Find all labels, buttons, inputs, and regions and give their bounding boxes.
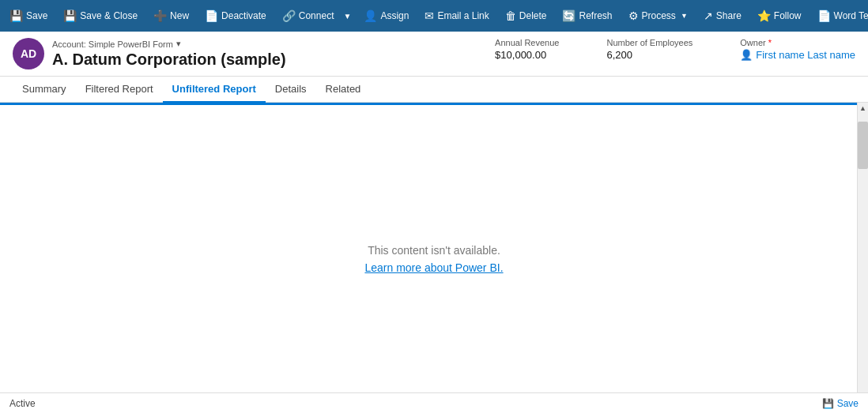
employees-field: Number of Employees 6,200 xyxy=(606,38,693,61)
process-dropdown-icon: ▼ xyxy=(681,12,688,20)
company-name: A. Datum Corporation (sample) xyxy=(52,51,286,69)
header-name-block: Account: Simple PowerBI Form ▾ A. Datum … xyxy=(52,39,286,69)
tab-summary[interactable]: Summary xyxy=(13,77,76,103)
connect-button[interactable]: 🔗 Connect xyxy=(276,0,341,32)
share-button[interactable]: ↗ Share xyxy=(697,0,748,32)
toolbar: 💾 Save 💾 Save & Close ➕ New 📄 Deactivate… xyxy=(0,0,868,32)
process-label: Process xyxy=(642,10,676,21)
owner-label: Owner * xyxy=(740,38,855,47)
scrollbar-thumb[interactable] xyxy=(858,122,868,169)
deactivate-button[interactable]: 📄 Deactivate xyxy=(198,0,273,32)
annual-revenue-value: $10,000.00 xyxy=(495,49,559,61)
deactivate-label: Deactivate xyxy=(221,10,266,21)
word-templates-button[interactable]: 📄 Word Templates ▼ xyxy=(811,0,868,32)
employees-label: Number of Employees xyxy=(606,38,693,47)
owner-value-link[interactable]: 👤 First name Last name xyxy=(740,49,855,61)
empty-message: This content isn't available. xyxy=(368,244,500,257)
delete-label: Delete xyxy=(519,10,547,21)
connect-icon: 🔗 xyxy=(282,9,296,22)
new-label: New xyxy=(170,10,189,21)
header-identity: AD Account: Simple PowerBI Form ▾ A. Dat… xyxy=(13,38,286,69)
main-content: This content isn't available. Learn more… xyxy=(0,103,868,413)
new-icon: ➕ xyxy=(153,9,167,22)
employees-value: 6,200 xyxy=(606,49,693,61)
status-save-icon: 💾 xyxy=(822,398,834,409)
connect-dropdown-button[interactable]: ▼ xyxy=(340,0,354,32)
email-link-label: Email a Link xyxy=(437,10,489,21)
status-save-button[interactable]: 💾 Save xyxy=(822,398,859,409)
owner-person-icon: 👤 xyxy=(740,49,753,61)
delete-icon: 🗑 xyxy=(505,9,516,22)
tab-unfiltered-report[interactable]: Unfiltered Report xyxy=(163,77,266,103)
save-icon: 💾 xyxy=(9,9,23,22)
avatar: AD xyxy=(13,38,44,69)
tabs-bar: Summary Filtered Report Unfiltered Repor… xyxy=(0,77,868,103)
save-close-icon: 💾 xyxy=(63,9,77,22)
refresh-label: Refresh xyxy=(579,10,612,21)
status-text: Active xyxy=(9,398,36,409)
header-fields: Annual Revenue $10,000.00 Number of Empl… xyxy=(495,38,855,61)
learn-more-link[interactable]: Learn more about Power BI. xyxy=(364,261,503,274)
annual-revenue-label: Annual Revenue xyxy=(495,38,559,47)
refresh-icon: 🔄 xyxy=(562,9,576,22)
share-icon: ↗ xyxy=(704,9,713,22)
header-top: AD Account: Simple PowerBI Form ▾ A. Dat… xyxy=(13,38,855,76)
scrollbar-arrow-up[interactable]: ▲ xyxy=(858,103,868,114)
refresh-button[interactable]: 🔄 Refresh xyxy=(556,0,618,32)
process-icon: ⚙ xyxy=(628,9,639,22)
account-form-label-row: Account: Simple PowerBI Form ▾ xyxy=(52,39,286,49)
process-button[interactable]: ⚙ Process ▼ xyxy=(622,0,694,32)
delete-button[interactable]: 🗑 Delete xyxy=(499,0,553,32)
app-container: 💾 Save 💾 Save & Close ➕ New 📄 Deactivate… xyxy=(0,0,868,413)
avatar-initials: AD xyxy=(21,47,36,60)
save-close-label: Save & Close xyxy=(80,10,138,21)
email-link-button[interactable]: ✉ Email a Link xyxy=(418,0,495,32)
connect-label: Connect xyxy=(299,10,334,21)
status-save-label: Save xyxy=(837,398,859,409)
owner-field: Owner * 👤 First name Last name xyxy=(740,38,855,61)
assign-icon: 👤 xyxy=(364,9,377,22)
tab-filtered-report[interactable]: Filtered Report xyxy=(76,77,163,103)
account-form-label: Account: Simple PowerBI Form xyxy=(52,39,173,49)
tab-related[interactable]: Related xyxy=(316,77,371,103)
new-button[interactable]: ➕ New xyxy=(147,0,195,32)
account-form-chevron-icon[interactable]: ▾ xyxy=(176,39,181,49)
tab-details[interactable]: Details xyxy=(266,77,316,103)
assign-button[interactable]: 👤 Assign xyxy=(357,0,415,32)
content-frame: This content isn't available. Learn more… xyxy=(0,103,868,413)
annual-revenue-field: Annual Revenue $10,000.00 xyxy=(495,38,559,61)
assign-label: Assign xyxy=(380,10,409,21)
scrollbar-track[interactable]: ▲ ▼ xyxy=(857,103,868,413)
follow-icon: ⭐ xyxy=(757,9,771,22)
save-label: Save xyxy=(26,10,47,21)
status-bar: Active 💾 Save xyxy=(0,392,868,413)
header-section: AD Account: Simple PowerBI Form ▾ A. Dat… xyxy=(0,32,868,77)
word-templates-label: Word Templates xyxy=(834,10,868,21)
share-label: Share xyxy=(716,10,742,21)
save-close-button[interactable]: 💾 Save & Close xyxy=(57,0,144,32)
owner-required-asterisk: * xyxy=(768,38,772,47)
email-link-icon: ✉ xyxy=(425,9,434,22)
follow-label: Follow xyxy=(774,10,802,21)
owner-name: First name Last name xyxy=(756,49,855,61)
connect-dropdown-icon: ▼ xyxy=(343,12,351,21)
word-templates-icon: 📄 xyxy=(817,9,831,22)
deactivate-icon: 📄 xyxy=(205,9,218,22)
follow-button[interactable]: ⭐ Follow xyxy=(751,0,808,32)
powerbi-empty-state: This content isn't available. Learn more… xyxy=(0,105,868,413)
save-button[interactable]: 💾 Save xyxy=(3,0,54,32)
